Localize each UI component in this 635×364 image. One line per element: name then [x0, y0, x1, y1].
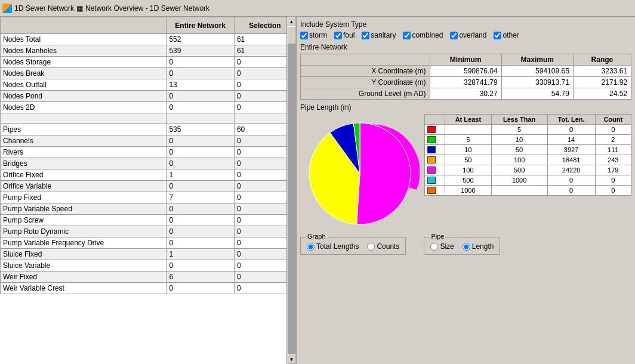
row-label: Sluice Variable — [1, 260, 167, 272]
pipe-radio-length[interactable] — [463, 243, 470, 251]
checkbox-foul[interactable] — [334, 32, 342, 39]
left-panel: Entire Network Selection Nodes Total 552… — [0, 17, 297, 364]
title-text-2: Network Overview - 1D Sewer Network — [85, 4, 209, 13]
coords-max: 54.79 — [501, 88, 573, 100]
legend-col-count: Count — [595, 115, 631, 125]
legend-data-table: At Least Less Than Tot. Len. Count 5 0 0… — [424, 114, 631, 196]
coords-label: Y Coordinate (m) — [301, 77, 430, 88]
row-entire: 0 — [167, 181, 234, 192]
row-entire: 0 — [167, 102, 234, 113]
table-row: Nodes Pond 0 0 — [1, 91, 296, 102]
legend-lessthan: 500 — [491, 165, 547, 175]
pipe-length-section: Pipe Length (m) — [300, 103, 631, 233]
row-entire: 1 — [167, 249, 234, 260]
coords-range: 3233.61 — [573, 66, 631, 77]
legend-totlen: 24220 — [547, 165, 595, 175]
row-entire: 0 — [167, 203, 234, 215]
vertical-scrollbar[interactable]: ▲ ▼ — [286, 17, 296, 364]
checkbox-combined[interactable] — [403, 32, 411, 39]
legend-row: 100 500 24220 179 — [425, 165, 631, 175]
row-entire: 6 — [167, 272, 234, 283]
pipe-radio-item-length: Length — [463, 242, 494, 251]
legend-col-color — [425, 115, 445, 125]
table-row: Pump Variable Speed 0 0 — [1, 203, 296, 215]
pie-chart — [300, 114, 420, 233]
pipe-radio-label-length: Length — [472, 242, 494, 251]
checkbox-label-foul: foul — [343, 31, 355, 39]
legend-col-lessthan: Less Than — [491, 115, 547, 125]
pipe-radio-row: Size Length — [430, 242, 494, 251]
pipe-groupbox-title: Pipe — [429, 233, 446, 240]
coords-col-range: Range — [573, 54, 631, 66]
table-row: Weir Fixed 6 0 — [1, 272, 296, 283]
legend-col-atleast: At Least — [445, 115, 492, 125]
coords-row: Ground Level (m AD) 30.27 54.79 24.52 — [301, 88, 631, 100]
pipe-length-inner: At Least Less Than Tot. Len. Count 5 0 0… — [300, 114, 631, 233]
coords-table: Minimum Maximum Range X Coordinate (m) 5… — [300, 54, 631, 100]
row-entire: 0 — [167, 135, 234, 147]
graph-radio-total_lengths[interactable] — [307, 243, 315, 251]
checkbox-other[interactable] — [494, 32, 501, 39]
coords-min: 30.27 — [430, 88, 501, 100]
legend-lessthan — [491, 186, 547, 196]
checkbox-row: storm foul sanitary combined overland ot… — [300, 31, 631, 39]
row-label: Orifice Variable — [1, 181, 167, 192]
table-row: Pump Roto Dynamic 0 0 — [1, 226, 296, 237]
legend-count: 0 — [595, 125, 631, 135]
row-label: Nodes Break — [1, 68, 167, 79]
checkbox-sanitary[interactable] — [362, 32, 369, 39]
checkbox-item-overland: overland — [450, 31, 486, 39]
legend-row: 5 10 14 2 — [425, 135, 631, 145]
app-icon — [2, 4, 12, 13]
legend-row: 500 1000 0 0 — [425, 175, 631, 186]
row-label: Sluice Fixed — [1, 249, 167, 260]
graph-radio-item-total_lengths: Total Lengths — [307, 242, 359, 251]
system-type-label: Include System Type — [300, 20, 631, 29]
system-type-section: Include System Type storm foul sanitary … — [300, 20, 631, 39]
scroll-track[interactable] — [288, 26, 296, 354]
coords-min: 590876.04 — [430, 66, 501, 77]
scroll-down-btn[interactable]: ▼ — [288, 354, 296, 364]
row-label: Nodes Storage — [1, 57, 167, 68]
checkbox-label-sanitary: sanitary — [371, 31, 396, 39]
graph-radio-counts[interactable] — [367, 243, 375, 251]
legend-totlen: 0 — [547, 186, 595, 196]
coords-col-max: Maximum — [501, 54, 573, 66]
legend-color-cell — [425, 135, 445, 145]
row-label: Nodes Pond — [1, 91, 167, 102]
legend-lessthan: 10 — [491, 135, 547, 145]
row-entire: 539 — [167, 45, 234, 57]
pipe-radio-size[interactable] — [430, 243, 438, 251]
legend-atleast: 10 — [445, 145, 492, 155]
checkbox-overland[interactable] — [450, 32, 458, 39]
checkbox-storm[interactable] — [300, 32, 308, 39]
coords-range: 24.52 — [573, 88, 631, 100]
scroll-up-btn[interactable]: ▲ — [288, 17, 296, 26]
scroll-thumb[interactable] — [288, 26, 296, 44]
coords-max: 330913.71 — [501, 77, 573, 88]
graph-radio-label-total_lengths: Total Lengths — [316, 242, 359, 251]
row-entire: 1 — [167, 169, 234, 181]
legend-count: 179 — [595, 165, 631, 175]
row-entire: 13 — [167, 79, 234, 91]
coords-range: 2171.92 — [573, 77, 631, 88]
title-separator: ▦ — [76, 4, 83, 13]
legend-color-cell — [425, 155, 445, 165]
legend-totlen: 0 — [547, 175, 595, 186]
network-table: Entire Network Selection Nodes Total 552… — [0, 17, 296, 294]
row-entire: 0 — [167, 260, 234, 272]
coords-label: X Coordinate (m) — [301, 66, 430, 77]
legend-color-cell — [425, 175, 445, 186]
legend-lessthan: 50 — [491, 145, 547, 155]
coords-row: X Coordinate (m) 590876.04 594109.65 323… — [301, 66, 631, 77]
row-entire: 0 — [167, 226, 234, 237]
coords-label: Ground Level (m AD) — [301, 88, 430, 100]
checkbox-item-other: other — [494, 31, 519, 39]
legend-color-cell — [425, 165, 445, 175]
pipe-radio-label-size: Size — [440, 242, 454, 251]
row-label: Orifice Fixed — [1, 169, 167, 181]
row-label: Pump Roto Dynamic — [1, 226, 167, 237]
legend-atleast: 5 — [445, 135, 492, 145]
legend-atleast: 1000 — [445, 186, 492, 196]
row-entire: 552 — [167, 34, 234, 45]
